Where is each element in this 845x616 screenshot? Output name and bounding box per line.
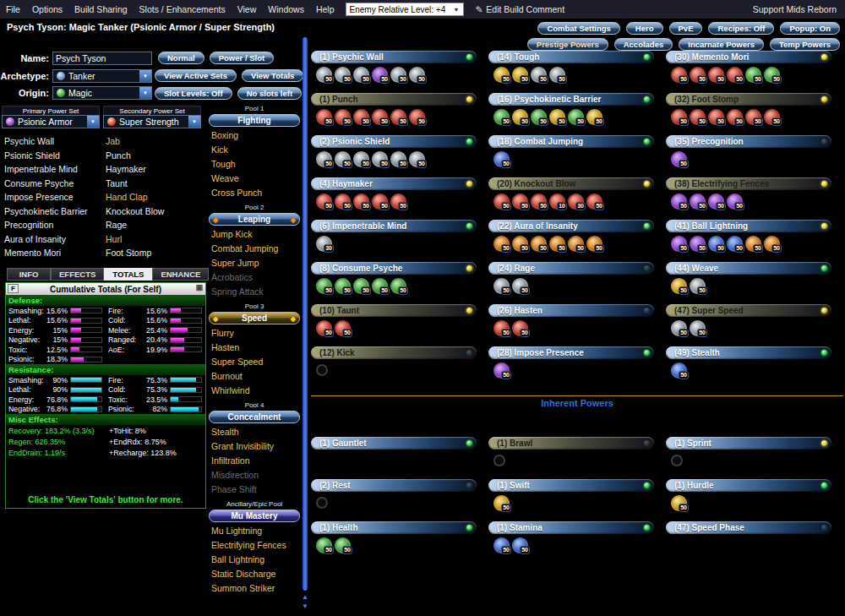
enhancement-slot[interactable]: 50	[690, 109, 706, 125]
power-ball-lightning[interactable]: (41) Ball Lightning	[666, 220, 831, 232]
power-brawl[interactable]: (1) Brawl	[488, 437, 654, 450]
enhancement-slot[interactable]: 50	[671, 495, 687, 511]
enhancement-slot[interactable]: 50	[353, 194, 369, 210]
button-power-slot[interactable]: Power / Slot	[210, 52, 274, 64]
button-view-totals[interactable]: View Totals	[242, 69, 303, 82]
enhancement-slot[interactable]: 50	[549, 236, 565, 252]
enhancement-slot[interactable]: 50	[335, 278, 351, 294]
button-view-active-sets[interactable]: View Active Sets	[155, 69, 237, 82]
enhancement-slot[interactable]: 50	[335, 537, 351, 553]
enhancement-slot[interactable]: 50	[316, 151, 332, 167]
menu-windows[interactable]: Windows	[262, 0, 310, 19]
enhancement-slot[interactable]: 50	[708, 67, 724, 83]
edit-build-comment-button[interactable]: ✎ Edit Build Comment	[476, 4, 565, 14]
button-temp-powers[interactable]: Temp Powers	[770, 38, 840, 51]
pool-header-mu-mastery[interactable]: Mu Mastery	[209, 510, 300, 522]
secondary-power-rage[interactable]: Rage	[106, 218, 204, 232]
enhancement-slot[interactable]: 50	[316, 537, 332, 553]
pool-power-static-discharge[interactable]: Static Discharge	[208, 567, 301, 581]
enhancement-slot[interactable]: 50	[727, 67, 743, 83]
totals-f-button[interactable]: F	[8, 284, 19, 293]
archetype-select[interactable]: Tanker ▼	[52, 69, 152, 83]
chevron-down-icon[interactable]: ▼	[188, 116, 200, 128]
pool-power-boxing[interactable]: Boxing	[208, 128, 301, 143]
enhancement-slot[interactable]: 50	[512, 236, 528, 252]
button-no-slots-left[interactable]: No slots left	[237, 87, 302, 100]
enhancement-slot[interactable]: 50	[531, 109, 547, 125]
enhancement-slot[interactable]: 50	[493, 537, 510, 553]
enhancement-slot[interactable]: 50	[568, 109, 584, 125]
enhancement-slot[interactable]: 50	[335, 320, 351, 336]
menu-file[interactable]: File	[0, 0, 26, 19]
enhancement-slot[interactable]: 50	[316, 67, 332, 83]
power-hasten[interactable]: (26) Hasten	[488, 304, 654, 317]
enhancement-slot[interactable]: 50	[568, 236, 584, 252]
pool-power-burnout[interactable]: Burnout	[208, 369, 301, 384]
enhancement-slot-empty[interactable]	[316, 364, 328, 376]
enhancement-slot[interactable]: 50	[493, 363, 510, 379]
pool-header-speed[interactable]: ◆Speed◆	[209, 312, 300, 324]
power-rage[interactable]: (24) Rage	[488, 262, 654, 275]
enhancement-slot[interactable]: 50	[586, 194, 602, 210]
enhancement-slot[interactable]: 50	[409, 67, 425, 83]
power-memento-mori[interactable]: (30) Memento Mori	[666, 51, 831, 63]
primary-power-aura-of-insanity[interactable]: Aura of Insanity	[4, 232, 102, 247]
enhancement-slot[interactable]: 50	[671, 278, 687, 294]
enhancement-slot[interactable]: 50	[531, 194, 547, 210]
enhancement-slot[interactable]: 50	[745, 67, 761, 83]
secondary-power-hurl[interactable]: Hurl	[106, 232, 204, 247]
pool-power-super-jump[interactable]: Super Jump	[208, 256, 301, 270]
pool-power-whirlwind[interactable]: Whirlwind	[208, 384, 301, 398]
enhancement-slot[interactable]: 50	[531, 236, 547, 252]
support-mids-reborn-link[interactable]: Support Mids Reborn	[753, 4, 845, 14]
enhancement-slot[interactable]: 50	[512, 278, 528, 294]
button-normal[interactable]: Normal	[158, 52, 204, 64]
power-speed-phase[interactable]: (47) Speed Phase	[666, 521, 831, 534]
pool-power-flurry[interactable]: Flurry	[208, 326, 301, 341]
pool-header-concealment[interactable]: Concealment	[209, 411, 300, 423]
power-impenetrable-mind[interactable]: (6) Impenetrable Mind	[311, 220, 477, 232]
power-rest[interactable]: (2) Rest	[311, 479, 477, 492]
enhancement-slot[interactable]: 50	[531, 67, 547, 83]
enhancement-slot[interactable]: 50	[690, 278, 706, 294]
enhancement-slot-empty[interactable]	[493, 455, 505, 466]
power-gauntlet[interactable]: (1) Gauntlet	[311, 437, 477, 450]
enhancement-slot[interactable]: 30	[568, 194, 584, 210]
enhancement-slot[interactable]: 50	[745, 109, 761, 125]
enhancement-slot[interactable]: 50	[549, 109, 565, 125]
enhancement-slot[interactable]: 50	[372, 109, 388, 125]
enhancement-slot[interactable]: 50	[671, 320, 687, 336]
vertical-scrollbar[interactable]	[303, 37, 308, 591]
tab-info[interactable]: INFO	[7, 268, 51, 281]
pool-power-grant-invisibility[interactable]: Grant Invisibility	[208, 439, 301, 454]
power-kick[interactable]: (12) Kick	[311, 346, 477, 359]
origin-select[interactable]: Magic ▼	[52, 86, 152, 100]
button-pve[interactable]: PvE	[669, 22, 703, 35]
power-super-speed[interactable]: (47) Super Speed	[666, 304, 831, 317]
power-psionic-shield[interactable]: (2) Psionic Shield	[311, 135, 477, 148]
enhancement-slot[interactable]: 50	[493, 109, 510, 125]
enhancement-slot[interactable]: 50	[671, 363, 687, 379]
enhancement-slot[interactable]: 50	[671, 194, 687, 210]
enhancement-slot[interactable]: 50	[316, 278, 332, 294]
enhancement-slot[interactable]: 50	[372, 151, 388, 167]
enhancement-slot[interactable]: 50	[390, 109, 406, 125]
power-stamina[interactable]: (1) Stamina	[488, 521, 654, 534]
chevron-down-icon[interactable]: ▼	[87, 116, 99, 128]
primary-power-memento-mori[interactable]: Memento Mori	[4, 246, 102, 260]
enhancement-slot[interactable]: 30	[316, 236, 332, 252]
enhancement-slot[interactable]: 50	[335, 194, 351, 210]
enhancement-slot-empty[interactable]	[316, 497, 328, 509]
enhancement-slot[interactable]: 50	[372, 278, 388, 294]
enhancement-slot[interactable]: 50	[690, 67, 706, 83]
pool-power-phase-shift[interactable]: Phase Shift	[208, 482, 301, 497]
pool-power-infiltration[interactable]: Infiltration	[208, 454, 301, 468]
enhancement-slot[interactable]: 50	[493, 151, 510, 167]
power-hurdle[interactable]: (1) Hurdle	[666, 479, 831, 492]
enhancement-slot[interactable]: 50	[353, 67, 369, 83]
pool-power-cross-punch[interactable]: Cross Punch	[208, 186, 301, 200]
enhancement-slot[interactable]: 50	[764, 109, 780, 125]
tab-totals[interactable]: TOTALS	[104, 268, 152, 281]
secondary-power-foot-stomp[interactable]: Foot Stomp	[106, 246, 204, 260]
power-knockout-blow[interactable]: (20) Knockout Blow	[488, 177, 654, 190]
